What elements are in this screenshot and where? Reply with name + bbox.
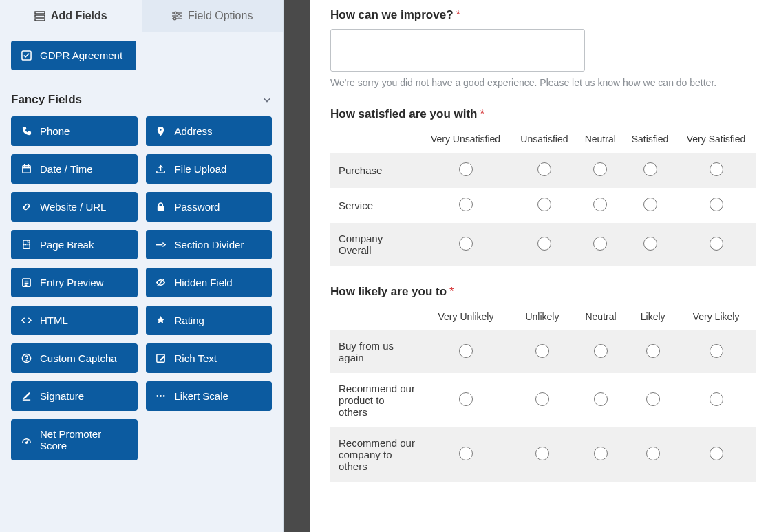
likert-satisfaction: Very UnsatisfiedUnsatisfiedNeutralSatisf… (330, 128, 756, 266)
nps-icon (21, 434, 32, 445)
likert-radio[interactable] (537, 237, 551, 251)
likert-radio[interactable] (643, 198, 657, 211)
likert-radio[interactable] (646, 447, 660, 460)
tab-field-options-label: Field Options (188, 10, 253, 22)
improve-textarea[interactable] (330, 29, 585, 72)
field-date-time[interactable]: Date / Time (11, 154, 138, 184)
svg-rect-2 (35, 19, 45, 21)
likert-radio[interactable] (710, 237, 723, 251)
likert-radio[interactable] (643, 237, 657, 251)
likert-radio[interactable] (710, 344, 723, 358)
likert-icon (156, 391, 167, 402)
required-indicator: * (480, 107, 485, 120)
tab-field-options[interactable]: Field Options (142, 0, 284, 32)
field-page-break[interactable]: Page Break (11, 230, 138, 259)
likert-radio[interactable] (594, 447, 608, 460)
field-label: Website / URL (40, 201, 106, 213)
likert-radio[interactable] (710, 162, 723, 176)
field-custom-captcha[interactable]: Custom Captcha (11, 343, 138, 373)
question-improve: How can we improve?* We're sorry you did… (330, 8, 756, 88)
svg-point-6 (178, 14, 180, 17)
likert-radio[interactable] (646, 344, 660, 358)
field-net-promoter-score[interactable]: Net Promoter Score (11, 419, 138, 460)
likert-radio[interactable] (593, 162, 607, 176)
field-rating[interactable]: Rating (146, 306, 273, 335)
likert-row: Buy from us again (330, 330, 756, 373)
field-gdpr-agreement[interactable]: GDPR Agreement (11, 41, 136, 70)
likert-radio[interactable] (593, 237, 607, 251)
tab-add-fields[interactable]: Add Fields (0, 0, 142, 32)
likert-col-header: Neutral (577, 128, 623, 153)
likert-radio[interactable] (535, 344, 549, 358)
likert-radio[interactable] (459, 447, 473, 460)
likert-radio[interactable] (459, 392, 473, 406)
required-indicator: * (449, 285, 454, 298)
likert-row: Company Overall (330, 223, 756, 266)
likert-radio[interactable] (537, 162, 551, 176)
field-label: Net Promoter Score (40, 428, 128, 451)
likert-radio[interactable] (643, 162, 657, 176)
likert-radio[interactable] (537, 198, 551, 211)
field-label: Section Divider (175, 239, 244, 251)
html-icon (21, 315, 32, 326)
likert-radio[interactable] (710, 447, 723, 460)
preview-icon (21, 277, 32, 288)
hidden-icon (156, 277, 167, 288)
svg-point-29 (160, 395, 162, 397)
likert-col-header: Unlikely (512, 306, 573, 330)
likert-row: Service (330, 188, 756, 223)
svg-point-10 (160, 129, 162, 131)
likert-col-header: Very Unlikely (420, 306, 512, 330)
question-label: How likely are you to* (330, 285, 756, 299)
likert-row-label: Recommend our company to others (330, 427, 420, 482)
sidebar: Add Fields Field Options GDPR Agreement (0, 0, 284, 532)
field-likert-scale[interactable]: Likert Scale (146, 381, 273, 411)
phone-icon (21, 126, 32, 137)
likert-radio[interactable] (535, 392, 549, 406)
field-rich-text[interactable]: Rich Text (146, 343, 273, 373)
svg-rect-15 (158, 206, 164, 211)
section-title: Fancy Fields (11, 93, 82, 107)
likert-radio[interactable] (459, 198, 473, 211)
likert-radio[interactable] (594, 392, 608, 406)
tab-add-fields-label: Add Fields (51, 10, 107, 22)
field-phone[interactable]: Phone (11, 116, 138, 146)
question-satisfaction: How satisfied are you with* Very Unsatis… (330, 107, 756, 266)
likert-radio[interactable] (459, 237, 473, 251)
question-label: How can we improve?* (330, 8, 756, 22)
required-indicator: * (456, 8, 461, 21)
field-password[interactable]: Password (146, 192, 273, 222)
field-label: Signature (40, 390, 84, 402)
likert-radio[interactable] (593, 198, 607, 211)
address-icon (156, 126, 167, 137)
lock-icon (156, 202, 167, 213)
field-entry-preview[interactable]: Entry Preview (11, 268, 138, 297)
field-website-url[interactable]: Website / URL (11, 192, 138, 222)
field-label: HTML (40, 315, 68, 326)
field-file-upload[interactable]: File Upload (146, 154, 273, 184)
field-html[interactable]: HTML (11, 306, 138, 335)
field-signature[interactable]: Signature (11, 381, 138, 411)
svg-point-28 (156, 395, 158, 397)
likert-col-header: Very Unsatisfied (420, 128, 511, 153)
field-address[interactable]: Address (146, 116, 273, 146)
likert-row-label: Purchase (330, 153, 420, 188)
likert-radio[interactable] (459, 162, 473, 176)
star-icon (156, 315, 167, 326)
likert-col-header: Unsatisfied (511, 128, 577, 153)
section-header-fancy-fields[interactable]: Fancy Fields (11, 93, 272, 107)
field-hidden-field[interactable]: Hidden Field (146, 268, 273, 297)
svg-point-4 (174, 12, 177, 14)
panel-divider (284, 0, 310, 532)
likert-radio[interactable] (646, 392, 660, 406)
likert-radio[interactable] (459, 344, 473, 358)
field-label: Page Break (40, 239, 94, 251)
likert-radio[interactable] (710, 198, 723, 211)
question-label: How satisfied are you with* (330, 107, 756, 121)
likert-radio[interactable] (710, 392, 723, 406)
likert-radio[interactable] (594, 344, 608, 358)
likert-radio[interactable] (535, 447, 549, 460)
field-section-divider[interactable]: Section Divider (146, 230, 273, 259)
svg-rect-0 (35, 12, 45, 14)
field-label: GDPR Agreement (40, 50, 122, 61)
